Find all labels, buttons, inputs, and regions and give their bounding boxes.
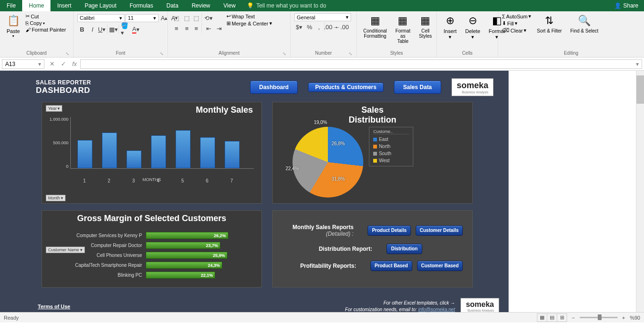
bold-button[interactable]: B [77,25,87,34]
cut-button[interactable]: ✂ Cut [25,13,66,19]
worksheet-area[interactable]: SALES REPORTER DASHBOARD Dashboard Produ… [0,71,644,312]
ribbon: 📋 Paste ▾ ✂ Cut ⎘ Copy ▾ 🖌 Format Painte… [0,11,644,58]
find-select-button[interactable]: 🔍Find & Select [568,13,601,34]
footer-line-1: For other Excel templates, click → [384,300,455,305]
distribution-button[interactable]: Distribution [386,244,422,254]
italic-button[interactable]: I [88,25,97,34]
expand-formula-icon[interactable]: ▾ [636,61,639,67]
tab-insert[interactable]: Insert [50,0,78,11]
format-table-label: Format as Table [395,28,410,44]
zoom-out-button[interactable]: − [572,315,575,321]
product-details-button[interactable]: Product Details [368,225,410,236]
increase-indent-button[interactable]: ⇥ [214,24,224,33]
fill-color-button[interactable]: 🪣▾ [121,25,130,34]
hbar-fill: 22,1% [146,272,215,279]
fill-button[interactable]: ⬇ Fill ▾ [502,20,531,26]
format-painter-button[interactable]: 🖌 Format Painter [25,27,66,33]
x-tick: 3 [126,178,141,183]
font-size-dropdown[interactable]: 11▾ [125,14,159,22]
tab-formulas[interactable]: Formulas [123,0,160,11]
font-name-value: Calibri [80,15,94,21]
customer-filter[interactable]: Customer Name▾ [46,247,85,253]
dialog-launcher-icon[interactable]: ⤡ [283,51,286,56]
delete-cells-button[interactable]: ⊖Delete▾ [462,13,483,41]
number-format-value: General [297,15,315,20]
terms-link[interactable]: Terms of Use [38,304,70,309]
x-tick: 5 [175,178,190,183]
conditional-formatting-button[interactable]: ▦Conditional Formatting [360,13,390,40]
cell-styles-button[interactable]: ▦Cell Styles [416,13,435,40]
formula-input[interactable]: ▾ [80,59,642,69]
align-top-button[interactable]: ⬚ [172,13,181,23]
name-box[interactable]: A13▾ [2,59,44,69]
tab-home[interactable]: Home [22,0,50,11]
nav-products-button[interactable]: Products & Customers [308,82,384,92]
merge-center-label: Merge & Center [232,21,268,26]
borders-button[interactable]: ▦▾ [109,25,119,34]
number-format-dropdown[interactable]: General▾ [294,13,351,21]
product-based-button[interactable]: Product Based [370,261,412,271]
tab-review[interactable]: Review [185,0,217,11]
enter-formula-button[interactable]: ✓ [58,60,69,67]
year-filter[interactable]: Year▾ [46,105,62,112]
autosum-button[interactable]: Σ AutoSum ▾ [502,13,531,19]
font-name-dropdown[interactable]: Calibri▾ [77,14,125,22]
pie-slice-label: 31,8% [332,176,345,182]
font-color-button[interactable]: A▾ [131,25,141,34]
decrease-decimal-button[interactable]: ←.00 [337,22,346,32]
tab-data[interactable]: Data [160,0,185,11]
fx-button[interactable]: fx [69,60,80,67]
align-bottom-button[interactable]: ⬚ [192,13,202,23]
scrollbar-thumb[interactable] [636,75,644,104]
legend-item: North [373,143,409,150]
clear-button[interactable]: ⌫ Clear ▾ [502,27,531,33]
nav-salesdata-button[interactable]: Sales Data [394,81,441,94]
paste-button[interactable]: 📋 Paste ▾ [4,13,23,39]
wrap-text-button[interactable]: ↩ Wrap Text [226,13,272,19]
increase-font-icon[interactable]: A▴ [159,13,169,23]
cancel-formula-button[interactable]: ✕ [46,60,58,67]
bar [176,130,191,168]
customer-based-button[interactable]: Customer Based [417,261,463,271]
share-button[interactable]: 👤 Share [609,0,644,11]
sort-filter-button[interactable]: ⇅Sort & Filter [534,13,565,34]
align-left-button[interactable]: ≡ [172,24,181,33]
tell-me[interactable]: 💡 Tell me what you want to do [242,0,331,11]
decrease-indent-button[interactable]: ⇤ [204,24,213,33]
distribution-report-label: Distribution Report: [282,246,382,252]
dialog-launcher-icon[interactable]: ⤡ [160,51,164,56]
format-as-table-button[interactable]: ▦Format as Table [393,13,413,45]
merge-center-button[interactable]: ⊞ Merge & Center ▾ [226,20,272,26]
logo-text: someka [457,81,488,90]
align-center-button[interactable]: ≡ [182,24,192,33]
zoom-slider[interactable] [580,317,618,318]
percent-button[interactable]: % [305,22,314,32]
y-tick: 500.000 [53,140,68,145]
tab-view[interactable]: View [217,0,243,11]
orientation-button[interactable]: ⟲▾ [204,13,213,23]
zoom-thumb[interactable] [598,314,602,320]
fill-label: Fill [507,21,514,26]
dialog-launcher-icon[interactable]: ⤡ [349,51,352,56]
align-middle-button[interactable]: ⬚ [182,13,192,23]
nav-dashboard-button[interactable]: Dashboard [250,81,298,94]
month-filter[interactable]: Month▾ [46,195,66,201]
tab-page-layout[interactable]: Page Layout [78,0,123,11]
tab-file[interactable]: File [0,0,22,11]
customer-details-button[interactable]: Customer Details [416,225,463,236]
insert-cells-button[interactable]: ⊕Insert▾ [441,13,460,41]
dialog-launcher-icon[interactable]: ⤡ [66,51,69,56]
vertical-scrollbar[interactable] [636,71,644,312]
underline-button[interactable]: U▾ [98,25,108,34]
align-right-button[interactable]: ≡ [192,24,202,33]
fx-label: fx [72,60,77,67]
normal-view-button[interactable]: ▦ [537,314,547,322]
zoom-level[interactable]: %90 [630,315,640,321]
currency-button[interactable]: $▾ [294,22,304,32]
footer-email-link[interactable]: info@someka.net [418,307,455,312]
comma-button[interactable]: , [315,22,325,32]
zoom-in-button[interactable]: + [622,315,625,321]
page-layout-view-button[interactable]: ▤ [547,314,557,322]
copy-button[interactable]: ⎘ Copy ▾ [25,20,66,26]
page-break-view-button[interactable]: ⊞ [557,314,567,322]
